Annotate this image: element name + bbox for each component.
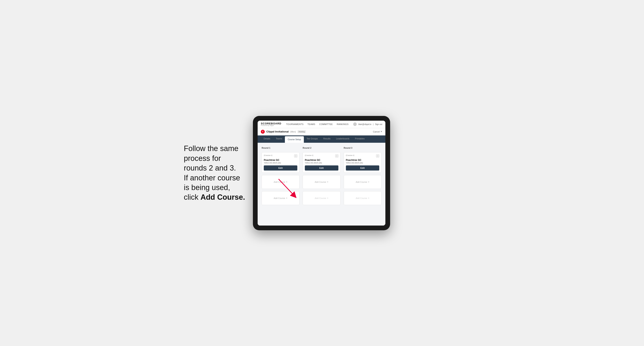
tournament-name: C Clippd Invitational (Men) Hosting xyxy=(261,130,306,134)
nav-link-rankings[interactable]: RANKINGS xyxy=(336,123,348,125)
tab-course-setup[interactable]: Course Setup xyxy=(285,136,304,143)
round-1-course-detail: Yellow (M) (6629 yds) xyxy=(264,162,297,164)
tablet-screen: SCOREBOARD Powered by clippd TOURNAMENTS… xyxy=(258,121,385,225)
round-1-plus-icon-1: + xyxy=(286,180,288,183)
round-2-course-tag: (Course A) xyxy=(305,154,313,156)
round-2-course-header: (Course A) □ xyxy=(305,154,338,158)
sign-out-separator: | xyxy=(373,123,374,125)
round-1-remove-button[interactable]: □ xyxy=(294,154,297,158)
cancel-icon: ✕ xyxy=(380,130,382,133)
tab-details[interactable]: Details xyxy=(261,136,273,143)
round-2-add-course-1[interactable]: Add Course + xyxy=(303,175,340,189)
round-3-course-header: (Course A) □ xyxy=(346,154,380,158)
round-3-column: Round 3 (Course A) □ Peachtree GC Yellow… xyxy=(344,147,382,205)
round-2-add-course-2[interactable]: Add Course + xyxy=(303,191,340,205)
round-1-course-header: (Course A) □ xyxy=(264,154,297,158)
cancel-button[interactable]: Cancel ✕ xyxy=(373,130,382,133)
annotation-line4: If another course xyxy=(184,174,240,182)
tab-bar: Details Teams Course Setup Tee Groups Re… xyxy=(258,136,385,143)
round-1-course-tag: (Course A) xyxy=(264,154,272,156)
annotation-line2: process for xyxy=(184,154,221,163)
annotation-line3: rounds 2 and 3. xyxy=(184,164,236,172)
round-1-course-name: Peachtree GC xyxy=(264,159,297,162)
annotation-line1: Follow the same xyxy=(184,144,238,153)
annotation-line6-bold: Add Course. xyxy=(200,193,245,201)
user-avatar xyxy=(353,122,357,126)
round-2-course-name: Peachtree GC xyxy=(305,159,338,162)
round-2-course-detail: Yellow (M) (6629 yds) xyxy=(305,162,338,164)
round-2-remove-button[interactable]: □ xyxy=(335,154,338,158)
round-3-course-card: (Course A) □ Peachtree GC Yellow (M) (66… xyxy=(344,152,382,173)
round-3-add-course-1[interactable]: Add Course + xyxy=(344,175,382,189)
tab-leaderboards[interactable]: Leaderboards xyxy=(333,136,352,143)
round-1-edit-button[interactable]: Edit xyxy=(264,166,297,171)
round-3-course-name: Peachtree GC xyxy=(346,159,380,162)
tablet-frame: SCOREBOARD Powered by clippd TOURNAMENTS… xyxy=(253,116,390,230)
round-2-label: Round 2 xyxy=(303,147,340,149)
round-2-column: Round 2 (Course A) □ Peachtree GC Yellow… xyxy=(303,147,340,205)
rounds-grid: Round 1 (Course A) □ Peachtree GC Yellow… xyxy=(262,147,382,205)
round-3-add-label-2: Add Course + xyxy=(356,196,370,199)
round-3-course-detail: Yellow (M) (6629 yds) xyxy=(346,162,380,164)
user-email: blair@clippd.io xyxy=(358,123,371,125)
annotation-line5: is being used, xyxy=(184,183,230,192)
round-2-plus-icon-1: + xyxy=(327,180,328,183)
round-3-course-tag: (Course A) xyxy=(346,154,354,156)
round-3-remove-button[interactable]: □ xyxy=(376,154,379,158)
clippd-icon: C xyxy=(261,130,265,134)
round-2-plus-icon-2: + xyxy=(327,196,328,199)
round-1-add-course-1[interactable]: Add Course + xyxy=(262,175,300,189)
page-wrapper: Follow the same process for rounds 2 and… xyxy=(184,116,460,230)
tab-teams[interactable]: Teams xyxy=(273,136,285,143)
nav-link-committee[interactable]: COMMITTEE xyxy=(319,123,333,125)
round-3-plus-icon-2: + xyxy=(368,196,370,199)
round-3-plus-icon-1: + xyxy=(368,180,370,183)
scoreboard-logo: SCOREBOARD Powered by clippd xyxy=(261,122,281,126)
round-2-add-label-1: Add Course + xyxy=(315,180,328,183)
sign-out-link[interactable]: Sign out xyxy=(375,123,382,125)
round-3-add-label-1: Add Course + xyxy=(356,180,370,183)
nav-user: blair@clippd.io | Sign out xyxy=(353,122,382,126)
nav-link-teams[interactable]: TEAMS xyxy=(308,123,315,125)
round-1-add-label-1: Add Course + xyxy=(274,180,288,183)
hosting-badge: Hosting xyxy=(298,130,306,133)
logo-sub: Powered by clippd xyxy=(261,125,281,126)
nav-links: TOURNAMENTS TEAMS COMMITTEE RANKINGS xyxy=(286,123,348,125)
tab-results[interactable]: Results xyxy=(320,136,334,143)
cancel-label: Cancel xyxy=(373,131,380,133)
tournament-title: Clippd Invitational xyxy=(266,130,289,133)
tablet-wrapper: SCOREBOARD Powered by clippd TOURNAMENTS… xyxy=(253,116,390,230)
round-3-add-course-2[interactable]: Add Course + xyxy=(344,191,382,205)
main-content: Round 1 (Course A) □ Peachtree GC Yellow… xyxy=(258,143,385,225)
round-3-edit-button[interactable]: Edit xyxy=(346,166,380,171)
round-2-edit-button[interactable]: Edit xyxy=(305,166,338,171)
tab-tee-groups[interactable]: Tee Groups xyxy=(304,136,320,143)
tournament-gender: (Men) xyxy=(290,131,296,133)
logo-main: SCOREBOARD xyxy=(261,122,281,125)
annotation-line6-prefix: click xyxy=(184,193,200,201)
round-1-column: Round 1 (Course A) □ Peachtree GC Yellow… xyxy=(262,147,300,205)
round-2-course-card: (Course A) □ Peachtree GC Yellow (M) (66… xyxy=(303,152,340,173)
round-1-label: Round 1 xyxy=(262,147,300,149)
top-nav: SCOREBOARD Powered by clippd TOURNAMENTS… xyxy=(258,121,385,128)
round-1-add-course-2[interactable]: Add Course + xyxy=(262,191,300,205)
annotation-text: Follow the same process for rounds 2 and… xyxy=(184,144,245,202)
tournament-bar: C Clippd Invitational (Men) Hosting Canc… xyxy=(258,128,385,136)
round-3-label: Round 3 xyxy=(344,147,382,149)
round-1-course-card: (Course A) □ Peachtree GC Yellow (M) (66… xyxy=(262,152,300,173)
round-1-plus-icon-2: + xyxy=(286,196,288,199)
nav-link-tournaments[interactable]: TOURNAMENTS xyxy=(286,123,304,125)
round-2-add-label-2: Add Course + xyxy=(315,196,328,199)
tab-printables[interactable]: Printables xyxy=(352,136,368,143)
round-1-add-label-2: Add Course + xyxy=(274,196,288,199)
